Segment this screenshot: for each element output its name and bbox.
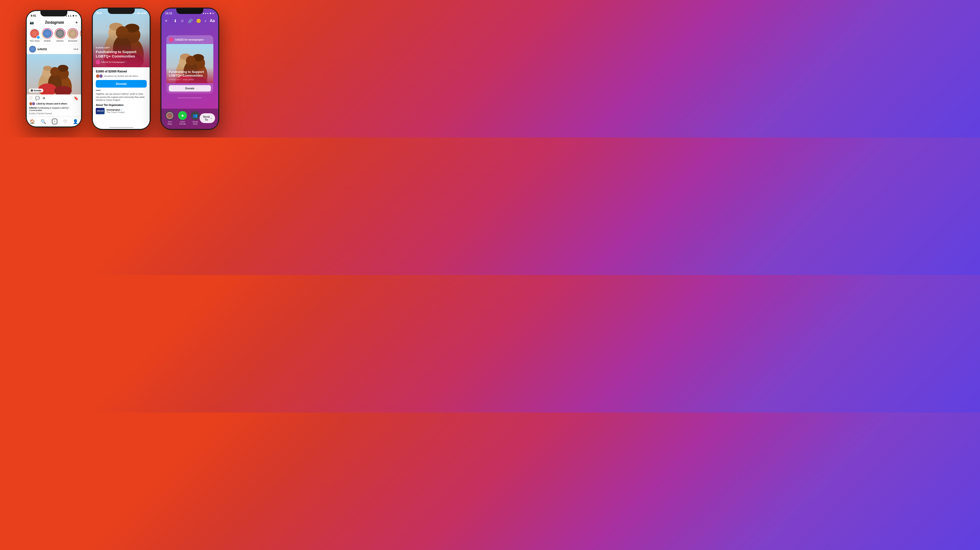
close-friends-option-icon: ★ — [178, 111, 187, 120]
like-icon[interactable]: ♡ — [29, 96, 33, 101]
share-card-image: Fundraising to Support LGBTQ+ Communitie… — [166, 44, 213, 83]
org-verified-icon: ✓ — [121, 109, 123, 111]
share-card-username: lofti232 for trevorproject ✓ — [175, 38, 206, 41]
send-to-arrow-icon: › — [211, 117, 212, 120]
kenzoere-avatar-img — [68, 29, 77, 38]
liked-avatar-2 — [32, 102, 35, 105]
donate-badge-label: Donate — [34, 89, 41, 92]
story-item-your-story[interactable]: + Your Story — [29, 28, 40, 42]
share-options: Your Story ★ Close Friends 👥 Group Story — [165, 111, 200, 125]
donate-badge-icon — [30, 89, 33, 92]
post-image: Donate — [27, 54, 81, 94]
post-avatar — [29, 46, 36, 52]
nav-search-icon[interactable]: 🔍 — [41, 119, 46, 124]
eloears-label: eloears — [56, 40, 64, 42]
donors-text: Donations by divdivk and 48 others — [104, 75, 138, 77]
org-logo: TREVOR — [96, 108, 105, 114]
eloears-avatar-img — [56, 29, 64, 38]
share-option-group-story[interactable]: 👥 Group Story — [191, 111, 200, 125]
phone1-time: 9:41 — [30, 14, 36, 17]
your-story-avatar-wrap: + — [29, 28, 40, 39]
phone3-signal-icon: ▲▲▲ — [202, 12, 209, 14]
post-avatar-img — [29, 46, 36, 52]
ig-nav-bar: 🏠 🔍 ＋ ♡ 👤 — [27, 116, 81, 126]
liked-avatars — [29, 102, 35, 105]
svg-point-8 — [50, 67, 59, 76]
story-item-eloears[interactable]: eloears — [55, 28, 65, 42]
share-emoji-icon[interactable]: ☺ — [180, 19, 184, 23]
nav-create-icon[interactable]: ＋ — [52, 119, 57, 124]
story-item-kenzoere[interactable]: kenzoere — [67, 28, 78, 42]
story-username: lofti232 — [102, 61, 108, 63]
phone1-status-icons: ▲▲▲ ◈ ▭ — [65, 14, 77, 17]
org-info: trevorproject ✓ The Trevor Project — [107, 109, 125, 114]
divdivk-avatar-img — [43, 29, 52, 38]
story-verified-icon: ✓ — [125, 61, 127, 63]
donors-row: Donations by divdivk and 48 others — [96, 74, 147, 78]
donor-avatars — [96, 74, 103, 78]
story-user-row: lofti232 for trevorproject ✓ — [96, 60, 147, 64]
story-item-sapph[interactable]: sapph... — [80, 28, 81, 42]
battery-icon: ▭ — [75, 14, 77, 17]
share-text-icon[interactable]: Aa — [210, 19, 215, 23]
story-title: Fundraising to Support LGBTQ+ Communitie… — [96, 50, 147, 59]
camera-icon[interactable]: 📷 — [30, 21, 34, 24]
send-to-button[interactable]: Send To › — [200, 113, 215, 123]
send-icon[interactable]: ✈ — [75, 21, 78, 24]
phone1-screen: 9:41 ▲▲▲ ◈ ▭ 📷 Instagram ✈ + Your S — [27, 11, 81, 127]
wifi-icon: ◈ — [73, 14, 74, 17]
share-verified-icon: ✓ — [204, 38, 206, 41]
nav-profile-icon[interactable]: 👤 — [73, 119, 78, 124]
nav-activity-icon[interactable]: ♡ — [63, 119, 67, 124]
share-download-icon[interactable]: ⬇ — [173, 19, 177, 23]
donate-badge[interactable]: Donate — [29, 89, 43, 92]
comment-icon[interactable]: 💬 — [35, 96, 40, 101]
eloears-avatar-wrap — [55, 28, 65, 39]
phone3-time: 12:11 — [165, 12, 172, 15]
post-actions-left: ♡ 💬 ✈ — [29, 96, 46, 101]
share-card-avatar — [169, 37, 173, 42]
liked-by-text: Liked by eloears and 8 others — [36, 103, 67, 105]
post-user-info[interactable]: lofti232 — [29, 46, 47, 52]
phone3-screen: 12:11 ▲▲▲ ◈ ▭ × ⬇ ☺ 🔗 😊 ♪ Aa — [161, 9, 218, 129]
share-link-icon[interactable]: 🔗 — [188, 19, 193, 23]
story-detail-panel: $1880 of $2000 Raised Donations by divdi… — [93, 67, 150, 125]
close-friends-option-label: Close Friends — [178, 120, 187, 125]
story-add-button[interactable]: + — [37, 35, 40, 39]
save-icon[interactable]: 🔖 — [74, 96, 79, 101]
svg-point-31 — [186, 56, 196, 66]
share-option-close-friends[interactable]: ★ Close Friends — [178, 111, 187, 125]
share-icon[interactable]: ✈ — [42, 96, 46, 101]
story-user-text: lofti232 for trevorproject ✓ — [102, 61, 127, 63]
story-org-name: trevorproject — [113, 61, 125, 63]
post-actions: ♡ 💬 ✈ 🔖 — [27, 94, 81, 102]
story-overlay-content: 8 DAYS LEFT Fundraising to Support LGBTQ… — [93, 44, 150, 67]
post-liked: Liked by eloears and 8 others — [27, 102, 81, 106]
raised-amount: $1880 of $2000 Raised — [96, 70, 147, 73]
post-username: lofti232 — [38, 48, 47, 51]
phone2-wifi-icon: ◈ — [141, 12, 143, 14]
share-sticker-icon[interactable]: 😊 — [196, 19, 201, 23]
share-card-overlay: Fundraising to Support LGBTQ+ Communitie… — [166, 68, 213, 83]
story-item-divdivk[interactable]: divdivk — [42, 28, 52, 42]
sapph-avatar — [81, 29, 81, 38]
post-more-button[interactable]: ••• — [73, 47, 79, 51]
story-user-avatar — [96, 60, 100, 64]
your-story-avatar-inner — [166, 112, 173, 119]
share-close-button[interactable]: × — [165, 18, 167, 24]
your-story-option-icon — [165, 111, 174, 120]
eloears-avatar — [55, 29, 65, 38]
share-option-your-story[interactable]: Your Story — [165, 111, 174, 125]
org-name: trevorproject ✓ — [107, 109, 125, 111]
nav-home-icon[interactable]: 🏠 — [30, 119, 35, 124]
org-description: The Trevor Project — [107, 111, 125, 114]
phone2-status-icons: ▲▲▲ ◈ ▭ — [134, 12, 146, 14]
story-donate-button[interactable]: Donate — [96, 80, 147, 87]
instagram-header: 📷 Instagram ✈ — [27, 19, 81, 26]
share-header: × ⬇ ☺ 🔗 😊 ♪ Aa — [161, 16, 218, 25]
share-card-meta: 8 DAYS LEFT · GOAL $2000 — [169, 79, 211, 81]
bottom-nav: 🏠 🔍 ＋ ♡ 👤 — [27, 116, 81, 126]
share-donate-button[interactable]: Donate — [169, 85, 211, 92]
story-description: Together, we can ensure LGBTQ+ youth in … — [96, 92, 147, 102]
share-music-icon[interactable]: ♪ — [205, 19, 207, 23]
